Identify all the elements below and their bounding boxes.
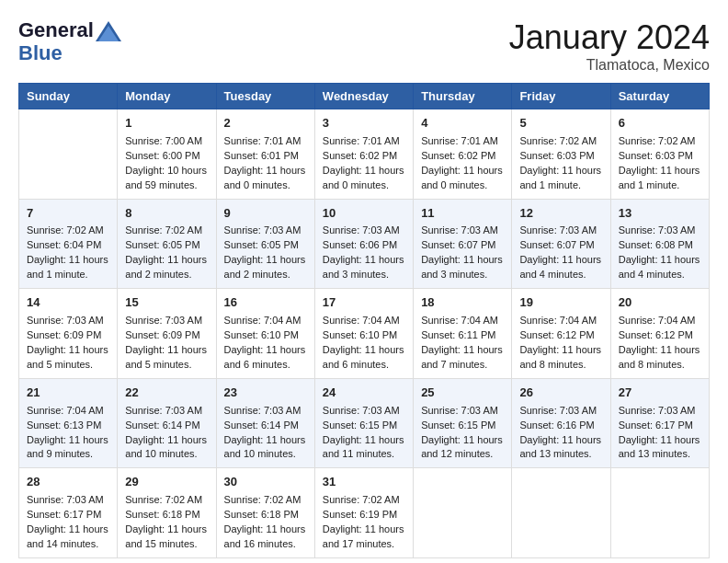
- day-number: 30: [224, 474, 307, 491]
- day-info: Daylight: 11 hours: [519, 253, 602, 268]
- logo: General Blue: [18, 18, 121, 65]
- calendar-cell: 19Sunrise: 7:04 AMSunset: 6:12 PMDayligh…: [512, 289, 610, 379]
- day-info: Sunset: 6:09 PM: [125, 328, 208, 343]
- day-info: and 14 minutes.: [27, 537, 109, 552]
- day-info: Sunrise: 7:01 AM: [421, 134, 504, 149]
- day-info: Sunrise: 7:04 AM: [619, 314, 701, 328]
- day-info: Daylight: 11 hours: [27, 523, 109, 537]
- day-info: Sunrise: 7:03 AM: [421, 404, 504, 419]
- day-info: and 16 minutes.: [224, 537, 307, 552]
- day-info: Daylight: 11 hours: [125, 253, 208, 268]
- day-info: Sunrise: 7:01 AM: [323, 134, 405, 149]
- day-number: 18: [421, 294, 504, 312]
- calendar-cell: 1Sunrise: 7:00 AMSunset: 6:00 PMDaylight…: [118, 109, 216, 200]
- day-info: and 1 minute.: [519, 178, 602, 193]
- day-info: Daylight: 10 hours: [125, 164, 208, 178]
- day-number: 27: [619, 385, 701, 402]
- day-info: Daylight: 11 hours: [27, 253, 109, 268]
- day-info: Sunset: 6:05 PM: [125, 238, 208, 253]
- logo-text: General: [18, 18, 121, 41]
- header-wednesday: Wednesday: [314, 84, 413, 109]
- day-info: Sunrise: 7:04 AM: [27, 404, 109, 419]
- day-info: Sunset: 6:03 PM: [619, 149, 701, 164]
- day-info: Sunrise: 7:03 AM: [125, 314, 208, 328]
- month-title: January 2024: [509, 18, 710, 57]
- day-info: Sunrise: 7:03 AM: [421, 224, 504, 238]
- day-info: Sunset: 6:08 PM: [619, 238, 701, 253]
- day-info: Daylight: 11 hours: [519, 343, 602, 358]
- day-info: Sunset: 6:14 PM: [125, 419, 208, 433]
- day-number: 11: [421, 205, 504, 223]
- logo-icon: [96, 21, 121, 41]
- day-info: Daylight: 11 hours: [323, 523, 405, 537]
- day-info: Sunset: 6:14 PM: [224, 419, 307, 433]
- calendar-cell: 27Sunrise: 7:03 AMSunset: 6:17 PMDayligh…: [610, 378, 709, 468]
- header-saturday: Saturday: [610, 84, 709, 109]
- calendar-cell: 3Sunrise: 7:01 AMSunset: 6:02 PMDaylight…: [314, 109, 413, 200]
- day-info: Sunrise: 7:03 AM: [323, 224, 405, 238]
- day-info: Sunrise: 7:03 AM: [224, 404, 307, 419]
- calendar-cell: 12Sunrise: 7:03 AMSunset: 6:07 PMDayligh…: [512, 199, 610, 289]
- day-number: 10: [323, 205, 405, 223]
- day-number: 24: [323, 385, 405, 402]
- day-info: and 1 minute.: [619, 178, 701, 193]
- calendar-cell: 25Sunrise: 7:03 AMSunset: 6:15 PMDayligh…: [414, 378, 512, 468]
- day-info: Sunrise: 7:03 AM: [27, 493, 109, 508]
- header-friday: Friday: [512, 84, 610, 109]
- day-info: Sunset: 6:09 PM: [27, 328, 109, 343]
- day-info: Daylight: 11 hours: [224, 253, 307, 268]
- day-info: Sunset: 6:15 PM: [421, 419, 504, 433]
- header-tuesday: Tuesday: [216, 84, 314, 109]
- day-number: 8: [125, 205, 208, 223]
- day-info: Sunset: 6:06 PM: [323, 238, 405, 253]
- calendar-cell: 9Sunrise: 7:03 AMSunset: 6:05 PMDaylight…: [216, 199, 314, 289]
- calendar-cell: 29Sunrise: 7:02 AMSunset: 6:18 PMDayligh…: [118, 468, 216, 558]
- calendar-cell: 26Sunrise: 7:03 AMSunset: 6:16 PMDayligh…: [512, 378, 610, 468]
- day-info: Sunset: 6:07 PM: [519, 238, 602, 253]
- day-info: Daylight: 11 hours: [323, 433, 405, 448]
- day-info: Daylight: 11 hours: [224, 343, 307, 358]
- calendar-cell: 20Sunrise: 7:04 AMSunset: 6:12 PMDayligh…: [610, 289, 709, 379]
- day-info: Sunset: 6:12 PM: [519, 328, 602, 343]
- header-thursday: Thursday: [414, 84, 512, 109]
- calendar-week-row: 1Sunrise: 7:00 AMSunset: 6:00 PMDaylight…: [19, 109, 710, 200]
- day-info: Daylight: 11 hours: [421, 253, 504, 268]
- day-info: Sunrise: 7:02 AM: [125, 224, 208, 238]
- day-info: Daylight: 11 hours: [224, 433, 307, 448]
- calendar-cell: 6Sunrise: 7:02 AMSunset: 6:03 PMDaylight…: [610, 109, 709, 200]
- calendar-week-row: 21Sunrise: 7:04 AMSunset: 6:13 PMDayligh…: [19, 378, 710, 468]
- calendar-week-row: 14Sunrise: 7:03 AMSunset: 6:09 PMDayligh…: [19, 289, 710, 379]
- day-info: and 9 minutes.: [27, 447, 109, 462]
- day-number: 14: [27, 294, 109, 312]
- day-info: Sunset: 6:18 PM: [224, 508, 307, 523]
- calendar-week-row: 28Sunrise: 7:03 AMSunset: 6:17 PMDayligh…: [19, 468, 710, 558]
- day-number: 3: [323, 115, 405, 132]
- day-info: Sunrise: 7:01 AM: [224, 134, 307, 149]
- day-info: Daylight: 11 hours: [323, 253, 405, 268]
- day-number: 2: [224, 115, 307, 132]
- calendar-cell: 23Sunrise: 7:03 AMSunset: 6:14 PMDayligh…: [216, 378, 314, 468]
- day-info: Sunrise: 7:02 AM: [519, 134, 602, 149]
- day-info: Sunset: 6:16 PM: [519, 419, 602, 433]
- day-info: Sunset: 6:00 PM: [125, 149, 208, 164]
- day-info: and 12 minutes.: [421, 447, 504, 462]
- day-number: 29: [125, 474, 208, 491]
- calendar-cell: 13Sunrise: 7:03 AMSunset: 6:08 PMDayligh…: [610, 199, 709, 289]
- day-info: Daylight: 11 hours: [224, 164, 307, 178]
- calendar-cell: 31Sunrise: 7:02 AMSunset: 6:19 PMDayligh…: [314, 468, 413, 558]
- calendar-cell: 10Sunrise: 7:03 AMSunset: 6:06 PMDayligh…: [314, 199, 413, 289]
- day-number: 23: [224, 385, 307, 402]
- day-info: Daylight: 11 hours: [619, 433, 701, 448]
- calendar-cell: [19, 109, 118, 200]
- day-info: Sunset: 6:01 PM: [224, 149, 307, 164]
- day-number: 12: [519, 205, 602, 223]
- day-info: Sunset: 6:05 PM: [224, 238, 307, 253]
- day-info: Sunrise: 7:03 AM: [224, 224, 307, 238]
- day-info: Sunset: 6:10 PM: [224, 328, 307, 343]
- calendar-cell: 17Sunrise: 7:04 AMSunset: 6:10 PMDayligh…: [314, 289, 413, 379]
- day-info: Sunset: 6:07 PM: [421, 238, 504, 253]
- day-number: 26: [519, 385, 602, 402]
- day-info: and 59 minutes.: [125, 178, 208, 193]
- header-sunday: Sunday: [19, 84, 118, 109]
- day-info: Sunrise: 7:02 AM: [125, 493, 208, 508]
